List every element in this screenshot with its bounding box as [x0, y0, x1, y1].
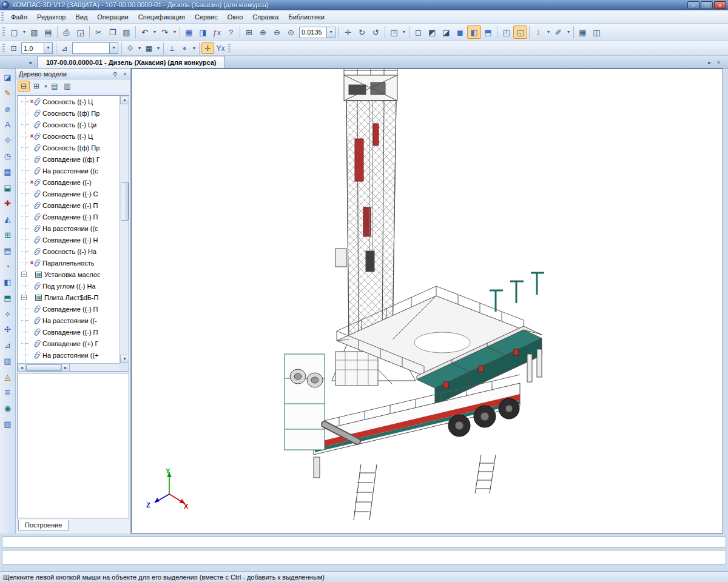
tree-item[interactable]: Под углом ((-) На	[18, 280, 120, 292]
new-document-dropdown-icon[interactable]: ▾	[21, 25, 27, 39]
snap-settings-icon[interactable]: ⌖	[178, 42, 191, 54]
grid-icon[interactable]: ▦	[143, 42, 155, 54]
properties-report-icon[interactable]: ◫	[590, 25, 604, 39]
pan-icon[interactable]: ✛	[341, 25, 355, 39]
zoom-all-icon[interactable]: ⊙	[284, 25, 298, 39]
shaded-edges-mode-icon[interactable]: ◧	[467, 25, 481, 39]
tab-build[interactable]: Построение	[18, 520, 69, 530]
expand-toggle-icon[interactable]: +	[21, 272, 27, 277]
toolbar-drag-handle[interactable]	[228, 44, 231, 53]
menu-drag-handle[interactable]	[1, 12, 4, 22]
tree-item[interactable]: Соосность ((ф) Пр	[18, 107, 120, 119]
conditions-tool-icon[interactable]: ≣	[2, 386, 14, 398]
redo-icon[interactable]: ↷	[158, 25, 172, 39]
edit-part-icon[interactable]: ◪	[2, 71, 14, 83]
variables-icon[interactable]: ƒx	[210, 25, 224, 39]
zoom-scale-combo[interactable]: 0.0135▾	[299, 27, 335, 38]
vertical-scroll-thumb[interactable]	[121, 182, 129, 221]
measure-icon[interactable]: ✐	[551, 25, 565, 39]
tree-item[interactable]: Совпадение ((-) П	[18, 199, 120, 211]
print-icon[interactable]: ⎙	[59, 25, 73, 39]
tree-item[interactable]: Соосность ((ф) Пр	[18, 142, 120, 153]
local-csys-icon[interactable]: ✛	[201, 42, 214, 54]
section-view-icon[interactable]: ◰	[499, 25, 513, 39]
tree-item[interactable]: Совпадение ((-) С	[18, 188, 120, 199]
menu-item-библиотеки[interactable]: Библиотеки	[283, 12, 329, 22]
axis-tool-icon[interactable]: ✣	[2, 323, 14, 335]
geometry-calc-icon[interactable]: ⊿	[58, 42, 71, 54]
menu-item-справка[interactable]: Справка	[248, 12, 283, 22]
message-bar[interactable]	[2, 537, 726, 548]
scroll-down-icon[interactable]: ▼	[120, 355, 129, 363]
tab-scroll-left-icon[interactable]: ◂	[25, 58, 35, 68]
menu-item-операции[interactable]: Операции	[92, 12, 133, 22]
rib-tool-icon[interactable]: ⬒	[2, 292, 14, 304]
text-tool-icon[interactable]: A	[2, 118, 14, 130]
document-tab[interactable]: 107-00.00.0000-01 - Дизель (Хакасия) (дл…	[37, 56, 225, 68]
tree-structure-toggle-icon[interactable]: ⊟	[18, 81, 30, 92]
revolve-tool-icon[interactable]: ◭	[2, 213, 14, 225]
points-style-dropdown-icon[interactable]: ▾	[136, 42, 143, 55]
property-bar[interactable]	[2, 550, 726, 564]
tree-item[interactable]: Совпадение ((ф) Г	[18, 153, 120, 165]
undo-dropdown-icon[interactable]: ▾	[152, 25, 158, 39]
tree-item[interactable]: ×Совпадение ((-)	[18, 176, 120, 188]
tree-item[interactable]: Совпадение ((-) П	[18, 211, 120, 222]
tree-item[interactable]: Совпадение ((-) П	[18, 303, 120, 315]
spec-objects-icon[interactable]: ◨	[196, 25, 210, 39]
tree-item[interactable]: Совпадение ((+) Г	[18, 338, 120, 349]
tab-close-icon[interactable]: ×	[714, 58, 723, 68]
tree-vertical-scrollbar[interactable]: ▲ ▼	[120, 96, 129, 363]
ortho-mode-icon[interactable]: ⟂	[166, 42, 178, 54]
model-viewport[interactable]: Y X Z	[131, 69, 723, 534]
tree-item[interactable]: На расстоянии ((с	[18, 165, 120, 176]
horizontal-scroll-thumb[interactable]	[26, 364, 61, 371]
redo-dropdown-icon[interactable]: ▾	[172, 25, 178, 39]
tree-item[interactable]: Соосность ((-) На	[18, 246, 120, 257]
tree-item[interactable]: ×Параллельность	[18, 257, 120, 269]
report-table-icon[interactable]: ▦	[576, 25, 590, 39]
refresh-view-icon[interactable]: ↻	[355, 25, 369, 39]
shell-tool-icon[interactable]: ◧	[2, 276, 14, 288]
sheet-tool-icon[interactable]: ▤	[2, 244, 14, 256]
tree-composition-toggle-dropdown-icon[interactable]: ▾	[43, 84, 49, 89]
specification-icon[interactable]: ▦	[182, 25, 196, 39]
close-button[interactable]: ×	[714, 1, 726, 9]
tree-item[interactable]: ×Соосность ((-) Ц	[18, 130, 120, 142]
scroll-right-icon[interactable]: ►	[61, 364, 70, 372]
menu-item-вид[interactable]: Вид	[70, 12, 92, 22]
points-style-icon[interactable]: ⟐	[124, 42, 136, 54]
arc-tool-icon[interactable]: ◷	[2, 150, 14, 162]
perspective-mode-icon[interactable]: ⬒	[481, 25, 495, 39]
panel-close-icon[interactable]: ×	[121, 70, 129, 78]
tree-horizontal-scrollbar[interactable]: ◄ ►	[18, 363, 120, 371]
shaded-mode-icon[interactable]: ◼	[453, 25, 467, 39]
step-combo[interactable]: 1.0▾	[21, 42, 53, 54]
tree-item[interactable]: +Плита Лист$dБ-П	[18, 292, 120, 303]
wireframe-mode-icon[interactable]: ◻	[411, 25, 425, 39]
pin-icon[interactable]: ⚲	[111, 70, 120, 78]
paste-icon[interactable]: ▥	[120, 25, 133, 39]
tree-composition-toggle-icon[interactable]: ⊞	[30, 81, 42, 92]
copy-icon[interactable]: ❐	[106, 25, 120, 39]
fillet-tool-icon[interactable]: ◔	[2, 260, 14, 272]
tree-item[interactable]: ×Соосность ((-) Ц	[18, 96, 120, 107]
tree-item[interactable]: На расстоянии ((+	[18, 349, 120, 361]
coordinates-display-icon[interactable]: Yx	[214, 42, 227, 54]
surface-tool-icon[interactable]: ▥	[2, 355, 14, 367]
snap-settings-dropdown-icon[interactable]: ▾	[191, 42, 197, 55]
simplified-view-icon[interactable]: ◱	[513, 25, 527, 39]
orientation-dropdown-icon[interactable]: ▾	[401, 25, 407, 39]
tree-relations-view-icon[interactable]: ▥	[61, 81, 73, 92]
point-tool-icon[interactable]: ⟡	[2, 307, 14, 319]
measure-dropdown-icon[interactable]: ▾	[565, 25, 571, 39]
scroll-left-icon[interactable]: ◄	[18, 364, 26, 372]
mate-tool-icon[interactable]: ◉	[2, 402, 14, 414]
zoom-out-icon[interactable]: ⊖	[270, 25, 284, 39]
step-combo-dropdown-icon[interactable]: ▾	[44, 43, 52, 53]
toolbar-drag-handle[interactable]	[2, 44, 5, 53]
grid-dropdown-icon[interactable]: ▾	[155, 42, 161, 55]
style-combo-dropdown-icon[interactable]: ▾	[109, 43, 118, 53]
measure-3d-icon[interactable]: ◬	[2, 370, 14, 383]
scroll-up-icon[interactable]: ▲	[120, 96, 129, 104]
